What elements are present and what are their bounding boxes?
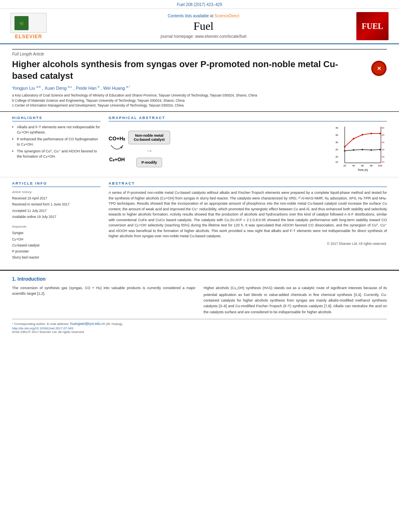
doi-bar: Fuel 208 (2017) 423–429 [0, 0, 399, 9]
svg-point-31 [379, 149, 381, 150]
svg-text:🌿: 🌿 [19, 21, 24, 26]
journal-header: 🌿 ELSEVIER Contents lists available at S… [0, 9, 399, 44]
svg-point-30 [370, 149, 372, 151]
date-online: Available online 19 July 2017 [12, 214, 101, 220]
keyword-p: P promoter [12, 249, 101, 255]
authors: Yongjun Liu a,b , Xuan Deng a,c , Peide … [12, 85, 387, 90]
abstract-label: ABSTRACT [109, 181, 387, 187]
sciencedirect-text: Contents lists available at ScienceDirec… [51, 14, 356, 18]
article-title-row: Higher alcohols synthesis from syngas ov… [12, 59, 387, 82]
article-info-label: ARTICLE INFO [12, 181, 101, 187]
ga-chart: 40 35 30 25 20 15 60 50 40 30 20 10 [335, 125, 387, 173]
article-info-abstract-section: ARTICLE INFO Article history: Received 1… [0, 177, 399, 270]
highlight-list: Alkalis and F-T elements were not indisp… [12, 125, 101, 159]
svg-text:25: 25 [335, 148, 338, 151]
svg-text:35: 35 [335, 134, 338, 136]
svg-text:Time (h): Time (h) [358, 168, 368, 172]
svg-text:50: 50 [382, 134, 385, 136]
svg-point-33 [353, 138, 354, 140]
highlight-item: The synergism of Cu⁰, Cu⁺ and AlOOH favo… [12, 149, 101, 159]
email-link[interactable]: huangwei@tyut.edu.cn [70, 322, 105, 326]
svg-text:15: 15 [335, 161, 338, 163]
article-title: Higher alcohols synthesis from syngas ov… [12, 59, 371, 82]
intro-para-right: Higher alcohols (C₂+OH) synthesis (HAS) … [204, 285, 387, 315]
date-accepted: Accepted 11 July 2017 [12, 208, 101, 214]
ga-catalyst-flow: Non-noble metalCu-based catalyst → P-mod… [128, 131, 170, 167]
affiliation-b: b College of Materials Science and Engin… [12, 98, 387, 103]
svg-text:10: 10 [382, 161, 385, 163]
svg-text:20: 20 [382, 156, 385, 158]
intro-para-left: The conversion of synthesis gas (syngas,… [12, 285, 195, 297]
affiliation-c: c Center of Information Management and D… [12, 103, 387, 108]
highlight-item: P enhanced the performance of CO hydroge… [12, 137, 101, 147]
svg-point-35 [370, 133, 372, 134]
svg-text:80: 80 [370, 164, 373, 167]
abstract-text: A series of P-promoted non-noble metal C… [109, 190, 387, 239]
svg-text:100: 100 [378, 164, 383, 167]
history-label: Article history: [12, 190, 101, 194]
intro-left-text: The conversion of synthesis gas (syngas,… [12, 285, 195, 315]
svg-text:20: 20 [343, 164, 346, 167]
elsevier-text: ELSEVIER [15, 34, 42, 39]
highlight-item: Alkalis and F-T elements were not indisp… [12, 125, 101, 135]
journal-homepage: journal homepage: www.elsevier.com/locat… [51, 34, 356, 39]
svg-point-34 [362, 134, 363, 136]
highlights-label: HIGHLIGHTS [12, 116, 101, 121]
ga-catalyst-box: Non-noble metalCu-based catalyst [128, 131, 170, 144]
svg-text:40: 40 [382, 141, 385, 144]
ga-chart-svg: 40 35 30 25 20 15 60 50 40 30 20 10 [335, 125, 387, 175]
crossmark-badge: ✕ [371, 60, 387, 76]
keywords-block: Keywords: Syngas C₂+OH Cu-based catalyst… [12, 225, 101, 261]
affiliations: a Key Laboratory of Coal Science and Tec… [12, 93, 387, 108]
ga-modifier-box: P-modify [136, 158, 162, 167]
abstract-column: ABSTRACT A series of P-promoted non-nobl… [109, 181, 387, 266]
keyword-slurry: Slurry bed reactor [12, 255, 101, 261]
svg-text:60: 60 [361, 164, 364, 167]
graphical-abstract-content: CO+H₂ C₂+OH Non-noble metalCu- [109, 125, 387, 173]
affiliation-a: a Key Laboratory of Coal Science and Tec… [12, 93, 387, 98]
article-info-column: ARTICLE INFO Article history: Received 1… [12, 181, 101, 266]
intro-right-text: Higher alcohols (C₂+OH) synthesis (HAS) … [204, 285, 387, 315]
doi-text: Fuel 208 (2017) 423–429 [177, 2, 222, 7]
svg-text:40: 40 [335, 127, 338, 129]
keyword-syngas: Syngas [12, 230, 101, 236]
svg-point-32 [344, 146, 346, 148]
journal-header-right: FUEL [356, 12, 393, 40]
ga-reactant: CO+H₂ [109, 136, 125, 142]
highlights-column: HIGHLIGHTS Alkalis and F-T elements were… [12, 116, 101, 173]
journal-header-center: Contents lists available at ScienceDirec… [51, 14, 356, 39]
ga-label: GRAPHICAL ABSTRACT [109, 116, 387, 121]
svg-point-29 [362, 149, 363, 150]
article-type-label: Full Length Article [12, 49, 387, 56]
keywords-label: Keywords: [12, 225, 101, 228]
svg-point-36 [379, 133, 381, 134]
intro-two-col: The conversion of synthesis gas (syngas,… [12, 285, 387, 315]
copyright-line: © 2017 Elsevier Ltd. All rights reserved… [109, 242, 387, 246]
corresponding-author-note: * Corresponding author. E-mail address: … [12, 322, 387, 326]
ga-flow-diagram: CO+H₂ C₂+OH Non-noble metalCu- [109, 125, 331, 173]
date-revised: Received in revised form 1 June 2017 [12, 201, 101, 207]
ga-product: C₂+OH [109, 157, 125, 162]
doi-link[interactable]: http://dx.doi.org/10.1016/j.fuel.2017.07… [12, 327, 387, 330]
svg-text:20: 20 [335, 156, 338, 158]
journal-name: Fuel [51, 20, 356, 33]
footnote-bar: * Corresponding author. E-mail address: … [12, 319, 387, 334]
svg-text:30: 30 [335, 141, 338, 144]
svg-text:40: 40 [352, 164, 355, 167]
svg-point-28 [353, 149, 354, 151]
article-header: Full Length Article Higher alcohols synt… [0, 44, 399, 112]
date-received: Received 19 April 2017 [12, 195, 101, 201]
svg-text:60: 60 [382, 127, 385, 129]
graphical-abstract-column: GRAPHICAL ABSTRACT CO+H₂ [109, 116, 387, 173]
keyword-cu: Cu-based catalyst [12, 242, 101, 249]
ga-curved-arrow [109, 143, 125, 155]
svg-text:30: 30 [382, 148, 385, 151]
introduction-section: 1. Introduction The conversion of synthe… [0, 270, 399, 315]
svg-point-27 [344, 150, 346, 152]
ga-left-side: CO+H₂ C₂+OH [109, 136, 125, 162]
sciencedirect-link[interactable]: ScienceDirect [214, 14, 239, 18]
page-container: Fuel 208 (2017) 423–429 🌿 ELSEVIER Conte… [0, 0, 399, 532]
ga-right-arrow: → [146, 147, 153, 155]
article-history-block: Article history: Received 19 April 2017 … [12, 190, 101, 220]
highlights-ga-section: HIGHLIGHTS Alkalis and F-T elements were… [0, 116, 399, 173]
